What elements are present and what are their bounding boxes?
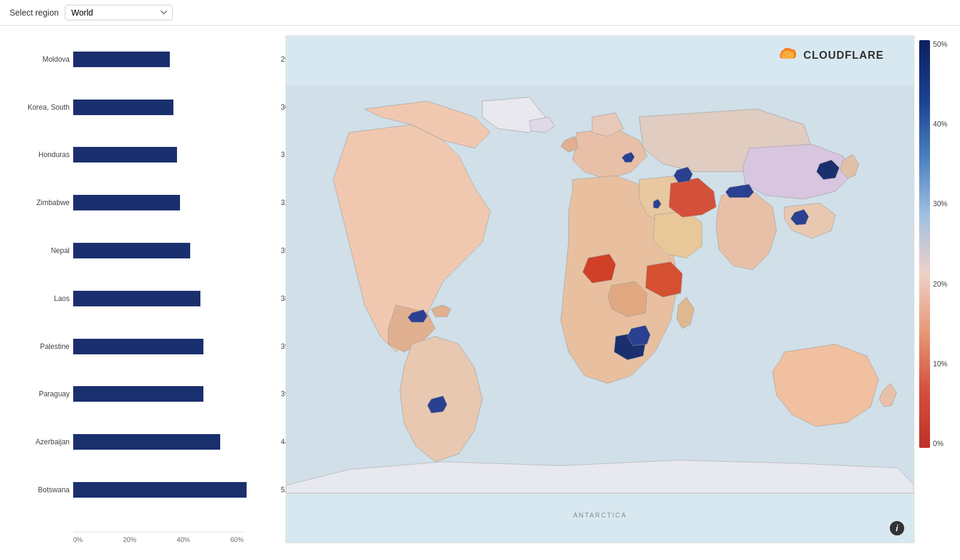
bar-track: 32% [73, 195, 274, 210]
bar-fill [73, 339, 203, 354]
bar-country-label: Zimbabwe [10, 198, 70, 207]
bar-country-label: Palestine [10, 342, 70, 351]
bar-country-label: Botswana [10, 486, 70, 494]
bar-row: Moldova29% [10, 52, 274, 67]
bar-track: 29% [73, 52, 274, 67]
bar-row: Laos38% [10, 291, 274, 306]
bar-fill [73, 243, 190, 258]
info-button[interactable]: i [890, 521, 904, 535]
legend-tick-labels: 50% 40% 30% 20% 10% 0% [930, 40, 947, 448]
bar-fill [73, 434, 220, 450]
bar-country-label: Laos [10, 294, 70, 303]
map-area: CLOUDFLARE ANTARCTICA i [286, 35, 914, 543]
region-select[interactable]: World Africa Asia Europe North America O… [65, 5, 173, 20]
antarctica-label: ANTARCTICA [573, 511, 626, 519]
bar-fill [73, 482, 247, 498]
bar-country-label: Moldova [10, 55, 70, 64]
bar-fill [73, 386, 203, 402]
bar-track: 31% [73, 147, 274, 162]
bar-row: Paraguay39% [10, 386, 274, 402]
legend-tick-20: 20% [933, 280, 947, 288]
cloudflare-logo: CLOUDFLARE [773, 47, 884, 64]
cloudflare-text: CLOUDFLARE [803, 49, 884, 62]
bar-track: 44% [73, 434, 274, 450]
bar-track: 35% [73, 243, 274, 258]
bar-fill [73, 195, 180, 210]
bar-track: 39% [73, 339, 274, 354]
world-map-svg [286, 36, 914, 543]
bar-country-label: Korea, South [10, 103, 70, 112]
bar-row: Nepal35% [10, 243, 274, 258]
bar-row: Botswana52% [10, 482, 274, 498]
bar-track: 38% [73, 291, 274, 306]
bar-country-label: Azerbaijan [10, 438, 70, 446]
legend-tick-50: 50% [933, 40, 947, 49]
bar-fill [73, 147, 177, 162]
legend-tick-10: 10% [933, 360, 947, 368]
main-content: Moldova29%Korea, South30%Honduras31%Zimb… [0, 26, 960, 553]
bar-chart-area: Moldova29%Korea, South30%Honduras31%Zimb… [10, 35, 286, 543]
legend-tick-0: 0% [933, 439, 947, 448]
bar-row: Honduras31% [10, 147, 274, 162]
bar-country-label: Paraguay [10, 390, 70, 398]
bar-fill [73, 291, 200, 306]
top-bar: Select region World Africa Asia Europe N… [0, 0, 960, 26]
legend-tick-40: 40% [933, 120, 947, 128]
bar-country-label: Nepal [10, 246, 70, 255]
bar-row: Zimbabwe32% [10, 195, 274, 210]
bar-row: Palestine39% [10, 339, 274, 354]
region-label: Select region [10, 8, 59, 17]
legend-tick-30: 30% [933, 200, 947, 208]
legend-area: 50% 40% 30% 20% 10% 0% [914, 35, 950, 543]
bar-country-label: Honduras [10, 150, 70, 159]
cloudflare-cloud-icon [773, 47, 800, 64]
chart-bars: Moldova29%Korea, South30%Honduras31%Zimb… [10, 35, 274, 532]
legend-gradient-bar [919, 40, 930, 448]
bar-row: Korea, South30% [10, 100, 274, 115]
bar-track: 30% [73, 100, 274, 115]
bar-track: 52% [73, 482, 274, 498]
legend-wrapper: 50% 40% 30% 20% 10% 0% [919, 38, 947, 448]
bar-fill [73, 52, 170, 67]
bar-fill [73, 100, 173, 115]
bar-track: 39% [73, 386, 274, 402]
x-axis: 0% 20% 40% 60% [73, 532, 244, 543]
bar-row: Azerbaijan44% [10, 434, 274, 450]
